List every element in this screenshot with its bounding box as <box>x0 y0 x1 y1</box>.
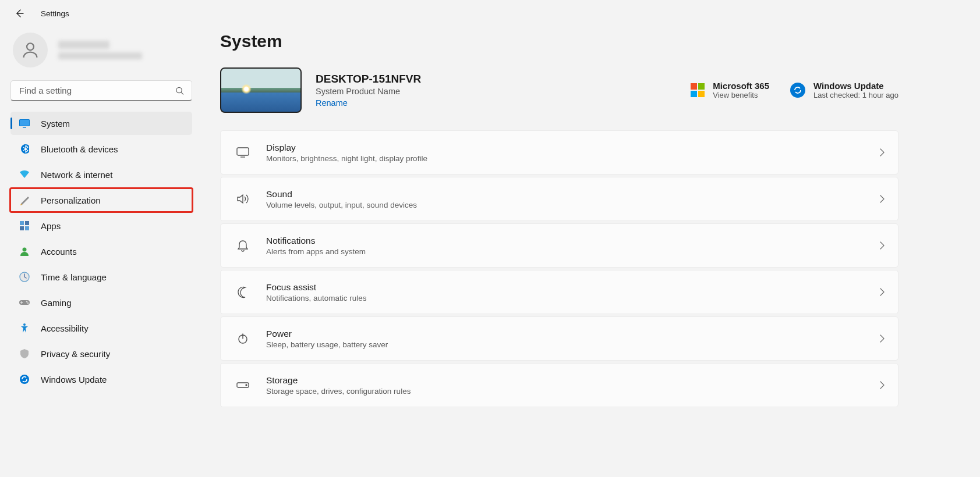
svg-rect-17 <box>237 148 249 155</box>
card-subtitle: Sleep, battery usage, battery saver <box>266 340 388 349</box>
search-icon <box>175 87 184 95</box>
sidebar-item-personalization[interactable]: Personalization <box>10 188 192 212</box>
device-product-name: System Product Name <box>316 87 421 96</box>
card-title: Power <box>266 329 388 339</box>
app-title: Settings <box>41 9 69 18</box>
card-subtitle: Alerts from apps and system <box>266 247 366 256</box>
microsoft-365-link[interactable]: Microsoft 365 View benefits <box>691 81 769 99</box>
sidebar-item-label: Privacy & security <box>41 349 110 359</box>
sound-icon <box>233 193 252 205</box>
svg-rect-9 <box>25 226 29 230</box>
svg-point-0 <box>27 43 34 50</box>
sidebar-item-label: Accounts <box>41 247 77 257</box>
rename-link[interactable]: Rename <box>316 98 421 108</box>
windows-update-icon <box>19 373 30 385</box>
card-subtitle: Volume levels, output, input, sound devi… <box>266 201 417 209</box>
sidebar-item-label: System <box>41 119 70 129</box>
ms365-title: Microsoft 365 <box>713 81 769 91</box>
svg-point-13 <box>26 301 27 302</box>
wifi-icon <box>19 169 30 180</box>
sidebar-item-accessibility[interactable]: Accessibility <box>10 316 192 340</box>
wu-title: Windows Update <box>813 81 898 91</box>
accounts-icon <box>19 245 30 257</box>
svg-rect-6 <box>20 221 24 225</box>
sidebar-item-system[interactable]: System <box>10 112 192 135</box>
wu-sub: Last checked: 1 hour ago <box>813 91 898 99</box>
card-storage[interactable]: Storage Storage space, drives, configura… <box>220 363 898 407</box>
svg-rect-8 <box>20 226 24 230</box>
card-sound[interactable]: Sound Volume levels, output, input, soun… <box>220 177 898 221</box>
bluetooth-icon <box>19 143 30 155</box>
svg-point-20 <box>246 385 247 386</box>
sidebar-item-label: Time & language <box>41 272 107 282</box>
sidebar-item-privacy[interactable]: Privacy & security <box>10 342 192 365</box>
svg-rect-3 <box>20 120 29 126</box>
paintbrush-icon <box>19 194 30 206</box>
svg-rect-4 <box>23 127 26 128</box>
sidebar-item-bluetooth[interactable]: Bluetooth & devices <box>10 137 192 161</box>
user-name-redacted <box>58 41 109 49</box>
desktop-preview-thumbnail[interactable] <box>220 67 302 113</box>
avatar <box>13 33 48 67</box>
sidebar-item-gaming[interactable]: Gaming <box>10 291 192 314</box>
device-header: DESKTOP-151NFVR System Product Name Rena… <box>220 67 898 113</box>
user-email-redacted <box>58 52 142 59</box>
svg-point-10 <box>23 248 27 252</box>
main-content: System DESKTOP-151NFVR System Product Na… <box>197 21 980 407</box>
device-name: DESKTOP-151NFVR <box>316 73 421 86</box>
microsoft-logo-icon <box>691 83 705 97</box>
back-button[interactable] <box>14 8 24 19</box>
card-title: Notifications <box>266 236 366 246</box>
clock-globe-icon <box>19 271 30 283</box>
chevron-right-icon <box>879 241 885 250</box>
svg-point-16 <box>20 375 29 384</box>
power-icon <box>233 332 252 345</box>
card-title: Display <box>266 143 427 153</box>
chevron-right-icon <box>879 148 885 156</box>
arrow-left-icon <box>15 9 24 18</box>
card-notifications[interactable]: Notifications Alerts from apps and syste… <box>220 223 898 268</box>
sidebar-item-apps[interactable]: Apps <box>10 214 192 237</box>
sidebar-item-accounts[interactable]: Accounts <box>10 240 192 263</box>
sync-icon <box>790 83 805 98</box>
svg-point-14 <box>27 302 29 304</box>
sidebar-item-windows-update[interactable]: Windows Update <box>10 368 192 391</box>
system-icon <box>19 118 30 129</box>
settings-card-list: Display Monitors, brightness, night ligh… <box>220 130 898 407</box>
card-subtitle: Notifications, automatic rules <box>266 294 367 302</box>
sidebar-item-network[interactable]: Network & internet <box>10 163 192 186</box>
settings-nav: System Bluetooth & devices Network & int… <box>10 112 192 391</box>
svg-point-5 <box>21 144 29 154</box>
chevron-right-icon <box>879 334 885 343</box>
search-input[interactable] <box>10 80 192 101</box>
sidebar-item-label: Accessibility <box>41 323 89 333</box>
page-title: System <box>220 31 898 51</box>
card-subtitle: Storage space, drives, configuration rul… <box>266 387 411 396</box>
svg-rect-7 <box>25 221 29 225</box>
moon-icon <box>233 286 252 298</box>
storage-icon <box>233 381 252 389</box>
sidebar-item-label: Bluetooth & devices <box>41 144 118 154</box>
card-display[interactable]: Display Monitors, brightness, night ligh… <box>220 130 898 175</box>
card-title: Storage <box>266 375 411 386</box>
sidebar: System Bluetooth & devices Network & int… <box>10 21 197 407</box>
sidebar-item-label: Network & internet <box>41 170 112 180</box>
card-title: Focus assist <box>266 282 367 293</box>
svg-point-1 <box>176 87 182 92</box>
card-subtitle: Monitors, brightness, night light, displ… <box>266 154 427 163</box>
card-power[interactable]: Power Sleep, battery usage, battery save… <box>220 316 898 361</box>
sidebar-item-label: Gaming <box>41 298 72 308</box>
card-focus-assist[interactable]: Focus assist Notifications, automatic ru… <box>220 270 898 314</box>
chevron-right-icon <box>879 288 885 296</box>
apps-icon <box>19 220 30 232</box>
sidebar-item-label: Windows Update <box>41 375 107 385</box>
sidebar-item-time-language[interactable]: Time & language <box>10 265 192 289</box>
windows-update-link[interactable]: Windows Update Last checked: 1 hour ago <box>790 81 898 99</box>
settings-search <box>10 80 192 101</box>
card-title: Sound <box>266 189 417 200</box>
sidebar-item-label: Apps <box>41 221 61 231</box>
accessibility-icon <box>19 322 30 334</box>
user-account-block[interactable] <box>10 21 192 79</box>
ms365-sub: View benefits <box>713 91 769 99</box>
person-icon <box>20 40 40 60</box>
